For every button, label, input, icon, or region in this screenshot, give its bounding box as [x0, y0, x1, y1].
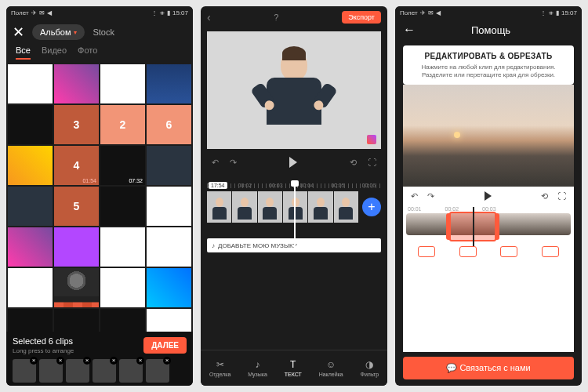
toolbar-музыка[interactable]: ♪Музыка	[248, 359, 267, 377]
media-thumb[interactable]	[100, 187, 145, 226]
media-thumb[interactable]	[54, 309, 99, 332]
video-preview[interactable]	[207, 31, 381, 149]
media-thumb[interactable]	[147, 227, 191, 267]
timeline-clip[interactable]	[334, 191, 358, 223]
selected-chip[interactable]	[146, 359, 169, 383]
loop-icon[interactable]: ⟲	[350, 158, 357, 168]
undo-icon[interactable]: ↶	[411, 191, 418, 201]
screen-media-picker: Полет ✈ ✉ ◀ ⋮ ᚑ ▮ 15:07 ✕ Альбом ▾ Stock…	[6, 6, 193, 386]
redo-icon[interactable]: ↷	[230, 158, 237, 168]
redo-icon[interactable]: ↷	[427, 191, 434, 201]
status-time: 15:07	[561, 9, 577, 16]
split-tool[interactable]	[459, 246, 477, 257]
media-thumb[interactable]	[8, 146, 53, 185]
help-card: РЕДАКТИРОВАТЬ & ОБРЕЗАТЬ Нажмите на любо…	[403, 45, 574, 85]
split-tool[interactable]	[500, 246, 517, 257]
tab-all[interactable]: Все	[16, 45, 31, 60]
add-clip-button[interactable]: +	[362, 198, 381, 216]
status-carrier: Полет	[400, 9, 418, 16]
back-icon[interactable]: ‹	[207, 11, 211, 24]
fullscreen-icon[interactable]: ⛶	[368, 158, 376, 167]
media-type-tabs: Все Видео Фото	[6, 45, 193, 64]
media-thumb[interactable]	[54, 227, 99, 267]
media-thumb[interactable]	[8, 309, 53, 332]
media-grid[interactable]: 326401:5407:325	[6, 64, 193, 332]
selected-chip[interactable]	[66, 359, 89, 383]
toolbar-отделка[interactable]: ✂Отделка	[209, 359, 230, 377]
chevron-down-icon: ▾	[74, 29, 77, 36]
screen-help: Полет ✈ ✉ ◀ ⋮ ᚑ ▮ 15:07 ← Помощь РЕДАКТИ…	[395, 6, 582, 386]
fullscreen-icon[interactable]: ⛶	[557, 191, 566, 201]
selected-chip[interactable]	[13, 359, 36, 383]
media-thumb[interactable]	[147, 146, 191, 185]
loop-icon[interactable]: ⟲	[541, 191, 548, 201]
media-thumb[interactable]	[54, 268, 99, 307]
timeline-clip[interactable]	[308, 191, 332, 223]
split-tool[interactable]	[542, 246, 559, 257]
media-thumb[interactable]	[100, 309, 145, 332]
selected-count: Selected 6 clips	[13, 336, 74, 346]
selected-chip[interactable]	[93, 359, 116, 383]
album-dropdown[interactable]: Альбом ▾	[32, 24, 85, 40]
media-thumb[interactable]: 3	[54, 105, 99, 144]
media-thumb[interactable]	[8, 187, 53, 226]
media-thumb[interactable]	[8, 268, 53, 307]
toolbar-текст[interactable]: TТЕКСТ	[285, 359, 302, 377]
help-demo-area: ◂ ⧉ ↶ ↷ ⟲ ⛶ 00:0100:0200:03	[403, 85, 574, 352]
editor-toolbar: ✂Отделка♪МузыкаTТЕКСТ☺Наклейка◑Фильтр	[201, 350, 387, 386]
back-icon[interactable]: ←	[403, 23, 416, 37]
vibrate-icon: ᚑ	[549, 9, 554, 16]
media-thumb[interactable]	[100, 268, 145, 307]
media-thumb[interactable]	[147, 268, 191, 307]
clip-duration-badge: 17:54	[209, 182, 227, 189]
export-button[interactable]: Экспорт	[342, 11, 381, 24]
tab-photo[interactable]: Фото	[78, 45, 97, 60]
tab-video[interactable]: Видео	[42, 45, 67, 60]
undo-icon[interactable]: ↶	[212, 158, 219, 168]
next-button[interactable]: ДАЛЕЕ	[143, 337, 187, 354]
timeline[interactable]: 17:54 +	[201, 191, 387, 235]
split-tool[interactable]	[418, 246, 435, 257]
media-thumb[interactable]: 5	[54, 187, 99, 226]
selected-chip[interactable]	[39, 359, 63, 383]
page-title: Помощь	[423, 24, 558, 36]
close-icon[interactable]: ✕	[13, 24, 24, 41]
media-thumb[interactable]: 2	[100, 105, 145, 144]
media-thumb[interactable]	[147, 187, 191, 226]
media-thumb[interactable]: 6	[147, 105, 191, 144]
demo-ruler: 00:0100:0200:03	[403, 206, 574, 212]
наклейка-icon: ☺	[326, 359, 336, 370]
timeline-clip[interactable]	[232, 191, 256, 223]
demo-timeline[interactable]	[406, 213, 571, 240]
toolbar-фильтр[interactable]: ◑Фильтр	[361, 359, 379, 377]
media-thumb[interactable]	[8, 227, 53, 267]
telegram-icon: ◀	[47, 9, 52, 16]
media-thumb[interactable]	[8, 64, 53, 103]
status-time: 15:07	[172, 9, 188, 16]
trim-tools	[403, 240, 574, 260]
timeline-clip[interactable]	[258, 191, 282, 223]
media-thumb[interactable]	[54, 64, 99, 103]
timeline-clip[interactable]	[207, 191, 231, 223]
media-thumb[interactable]: 07:32	[100, 146, 145, 185]
music-label: ДОБАВЬТЕ МОЮ МУЗЫКУ	[218, 242, 297, 249]
contact-button[interactable]: 💬 Связаться с нами	[403, 357, 574, 379]
help-icon[interactable]: ?	[274, 13, 278, 22]
media-thumb[interactable]	[100, 64, 145, 103]
bluetooth-icon: ⋮	[151, 9, 158, 16]
playhead[interactable]	[294, 183, 296, 251]
arrange-hint: Long press to arrange	[13, 347, 74, 354]
media-thumb[interactable]	[100, 227, 145, 267]
airplane-icon: ✈	[420, 9, 426, 16]
media-thumb[interactable]	[147, 309, 191, 332]
media-thumb[interactable]	[8, 105, 53, 144]
media-thumb[interactable]: 401:54	[54, 146, 99, 185]
playhead[interactable]	[473, 207, 474, 246]
selected-strip[interactable]	[13, 359, 187, 383]
selected-chip[interactable]	[119, 359, 143, 383]
play-button[interactable]	[289, 157, 297, 168]
toolbar-наклейка[interactable]: ☺Наклейка	[319, 359, 343, 377]
play-button[interactable]	[485, 191, 492, 201]
media-thumb[interactable]	[147, 64, 191, 103]
stock-tab[interactable]: Stock	[93, 27, 114, 37]
